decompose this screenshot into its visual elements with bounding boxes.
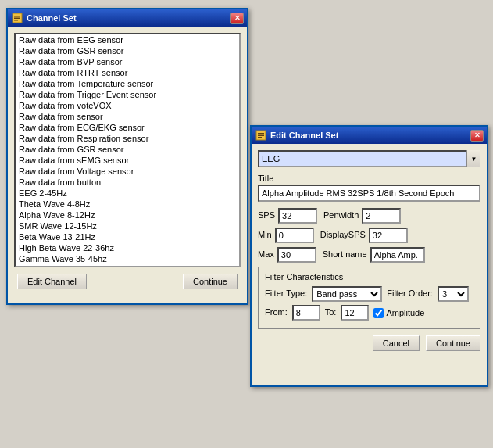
title-input[interactable] — [258, 185, 480, 202]
svg-rect-2 — [14, 18, 20, 20]
shortname-label: Short name — [323, 249, 367, 259]
channel-set-window: Channel Set ✕ Raw data from EEG sensorRa… — [6, 8, 248, 305]
channel-set-title-text: Channel Set — [27, 13, 77, 23]
channel-buttons: Edit Channel Continue — [14, 274, 241, 289]
sps-field: SPS — [258, 208, 317, 224]
min-input[interactable] — [275, 228, 314, 243]
channel-type-section: EEGGSRBVPECG ▼ — [258, 150, 480, 167]
max-label: Max — [258, 249, 274, 259]
channel-type-select[interactable]: EEGGSRBVPECG — [258, 150, 480, 167]
edit-channel-content: EEGGSRBVPECG ▼ Title SPS Penwidth Min — [252, 144, 487, 357]
cancel-button[interactable]: Cancel — [373, 335, 420, 351]
max-input[interactable] — [277, 247, 316, 263]
channel-set-title-bar: Channel Set ✕ — [8, 9, 247, 27]
to-label: To: — [325, 307, 337, 317]
edit-channel-window: Edit Channel Set ✕ EEGGSRBVPECG ▼ Title … — [250, 125, 488, 387]
channel-list: Raw data from EEG sensorRaw data from GS… — [16, 34, 239, 267]
svg-rect-6 — [258, 135, 264, 137]
list-item[interactable]: Raw data from Temperature sensor — [16, 78, 239, 89]
channel-set-title-icon — [11, 12, 23, 24]
list-item[interactable]: SMR Wave 12-15Hz — [16, 220, 239, 231]
svg-rect-1 — [14, 16, 20, 17]
list-item[interactable]: Theta Amplitude RMS 32SPS 1/8th Second E… — [16, 264, 239, 267]
list-item[interactable]: Raw data from GSR sensor — [16, 144, 239, 155]
list-item[interactable]: High Beta Wave 22-36hz — [16, 242, 239, 253]
list-item[interactable]: Raw data from voteVOX — [16, 100, 239, 111]
list-item[interactable]: Raw data from BVP sensor — [16, 56, 239, 67]
filter-order-select[interactable]: 31245 — [438, 286, 469, 302]
max-field: Max — [258, 247, 316, 263]
filter-legend: Filter Characteristics — [265, 272, 473, 281]
displaysps-input[interactable] — [369, 228, 408, 243]
shortname-input[interactable] — [370, 247, 425, 263]
list-item[interactable]: Raw data from button — [16, 177, 239, 188]
list-item[interactable]: Raw data from EEG sensor — [16, 34, 239, 45]
list-item[interactable]: Raw data from RTRT sensor — [16, 67, 239, 78]
filter-order-label: Filter Order: — [387, 289, 433, 298]
channel-set-continue-button[interactable]: Continue — [183, 274, 238, 289]
max-shortname-row: Max Short name — [258, 247, 480, 263]
channel-set-content: Raw data from EEG sensorRaw data from GS… — [8, 27, 247, 296]
displaysps-field: DisplaySPS — [320, 228, 408, 243]
title-label: Title — [258, 174, 480, 183]
from-label: From: — [265, 307, 288, 317]
min-displaysps-row: Min DisplaySPS — [258, 228, 480, 243]
list-item[interactable]: Raw data from GSR sensor — [16, 45, 239, 56]
list-item[interactable]: Raw data from ECG/EKG sensor — [16, 122, 239, 133]
list-item[interactable]: Raw data from sensor — [16, 111, 239, 122]
amplitude-label: Amplitude — [386, 308, 424, 317]
filter-type-select[interactable]: Band passLow passHigh passNotch — [312, 286, 382, 302]
sps-penwidth-row: SPS Penwidth — [258, 208, 480, 224]
sps-input[interactable] — [278, 208, 317, 224]
penwidth-label: Penwidth — [323, 210, 359, 220]
list-item[interactable]: Raw data from Respiration sensor — [16, 133, 239, 144]
bottom-buttons: Cancel Continue — [258, 335, 480, 351]
edit-channel-title-bar: Edit Channel Set ✕ — [252, 127, 487, 144]
filter-type-row: Filter Type: Band passLow passHigh passN… — [265, 286, 473, 302]
list-item[interactable]: EEG 2-45Hz — [16, 188, 239, 199]
penwidth-field: Penwidth — [323, 208, 401, 224]
svg-rect-7 — [258, 137, 262, 138]
channel-list-container[interactable]: Raw data from EEG sensorRaw data from GS… — [14, 33, 241, 267]
edit-channel-title-buttons: ✕ — [470, 130, 484, 142]
edit-channel-button[interactable]: Edit Channel — [17, 274, 87, 289]
min-label: Min — [258, 230, 272, 239]
list-item[interactable]: Theta Wave 4-8Hz — [16, 199, 239, 210]
penwidth-input[interactable] — [362, 208, 401, 224]
edit-continue-button[interactable]: Continue — [426, 335, 480, 351]
list-item[interactable]: Raw data from sEMG sensor — [16, 155, 239, 166]
list-item[interactable]: Raw data from Voltage sensor — [16, 166, 239, 177]
sps-label: SPS — [258, 210, 275, 220]
amplitude-checkbox-label[interactable]: Amplitude — [373, 308, 424, 318]
displaysps-label: DisplaySPS — [320, 230, 366, 239]
shortname-field: Short name — [323, 247, 425, 263]
edit-channel-title-icon — [255, 129, 267, 142]
edit-channel-close-button[interactable]: ✕ — [470, 130, 484, 142]
channel-type-dropdown-container: EEGGSRBVPECG ▼ — [258, 150, 480, 167]
list-item[interactable]: Gamma Wave 35-45hz — [16, 253, 239, 264]
title-section: Title — [258, 174, 480, 202]
edit-channel-title-text: Edit Channel Set — [270, 131, 338, 140]
svg-rect-3 — [14, 20, 18, 21]
amplitude-checkbox[interactable] — [373, 308, 384, 318]
filter-range-row: From: To: Amplitude — [265, 305, 473, 321]
filter-group: Filter Characteristics Filter Type: Band… — [258, 267, 480, 329]
min-field: Min — [258, 228, 314, 243]
svg-rect-5 — [258, 133, 264, 134]
channel-set-title-buttons: ✕ — [230, 13, 244, 24]
list-item[interactable]: Beta Wave 13-21Hz — [16, 231, 239, 242]
list-item[interactable]: Alpha Wave 8-12Hz — [16, 210, 239, 220]
to-input[interactable] — [341, 305, 369, 321]
channel-set-close-button[interactable]: ✕ — [230, 13, 244, 24]
filter-type-label: Filter Type: — [265, 289, 307, 298]
from-input[interactable] — [292, 305, 320, 321]
list-item[interactable]: Raw data from Trigger Event sensor — [16, 89, 239, 100]
